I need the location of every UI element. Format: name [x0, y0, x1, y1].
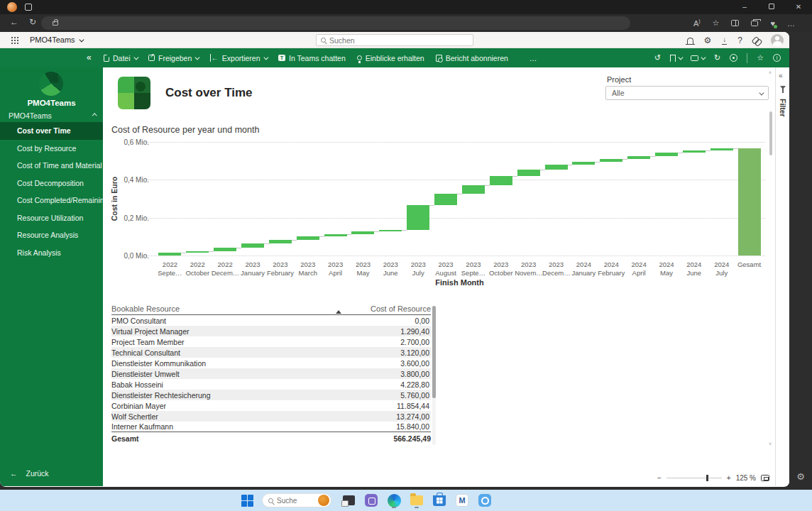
toolbar-item-in-teams-chatten[interactable]: T In Teams chatten [278, 54, 346, 62]
taskbar-search-box[interactable] [262, 493, 331, 507]
help-icon[interactable]: ? [737, 35, 742, 45]
search-highlight-icon[interactable] [318, 495, 329, 506]
toolbar-item-einblicke-erhalten[interactable]: Einblicke erhalten [357, 54, 424, 62]
browser-essentials-icon[interactable]: ♥ [770, 19, 775, 28]
waterfall-bar[interactable] [600, 159, 622, 162]
blue-app-icon[interactable] [478, 493, 492, 508]
waterfall-bar[interactable] [407, 205, 429, 230]
browser-tab-icon[interactable] [25, 4, 32, 11]
download-icon[interactable]: ↓ [722, 36, 727, 45]
table-row[interactable]: Dienstleister Umwelt3.800,00 [111, 368, 431, 379]
waterfall-bar[interactable] [269, 240, 292, 243]
column-header-cost-of-resource[interactable]: Cost of Resource [371, 304, 431, 313]
sidebar-item-cost-completed-remaining[interactable]: Cost Completed/Remaining [0, 192, 103, 209]
page-scroll-down-icon[interactable]: ˅ [769, 442, 773, 446]
favorites-star-icon[interactable]: ☆ [713, 18, 720, 28]
table-row[interactable]: Corbinian Mayer11.854,44 [111, 400, 431, 411]
fit-to-page-icon[interactable] [761, 475, 769, 481]
browser-profile-avatar-icon[interactable] [7, 2, 17, 12]
share-icon[interactable] [753, 37, 760, 44]
page-scrollbar-thumb[interactable] [769, 111, 772, 155]
toolbar-item-bericht-abonnieren[interactable]: Bericht abonnieren [436, 54, 508, 62]
toolbar-item-freigeben[interactable]: Freigeben [148, 54, 199, 62]
browser-back-button[interactable]: ← [9, 17, 20, 27]
waterfall-bar[interactable] [214, 248, 236, 251]
table-header[interactable]: Bookable Resource Cost of Resource [111, 303, 431, 315]
table-row[interactable]: Babak Hosseini4.228,80 [111, 379, 431, 390]
teams-search-box[interactable] [316, 34, 473, 46]
table-scrollbar[interactable] [432, 306, 436, 445]
sidebar-item-cost-decomposition[interactable]: Cost Decomposition [0, 175, 103, 192]
waterfall-bar[interactable] [324, 234, 347, 236]
info-icon[interactable]: i [773, 54, 781, 62]
toolbar-item-datei[interactable]: Datei [104, 54, 137, 62]
window-minimize-button[interactable]: – [731, 0, 758, 14]
waterfall-bar[interactable] [572, 162, 595, 165]
browser-refresh-button[interactable]: ↻ [27, 17, 38, 27]
sidebar-item-resource-utilization[interactable]: Resource Utilization [0, 209, 103, 227]
browser-address-bar[interactable] [41, 16, 630, 30]
waterfall-total-bar[interactable] [738, 148, 761, 256]
waterfall-bar[interactable] [241, 243, 264, 248]
microsoft-store-icon[interactable] [432, 493, 446, 508]
zoom-slider-handle[interactable] [706, 475, 708, 481]
waterfall-bar[interactable] [545, 165, 568, 169]
table-row[interactable]: Project Team Member2.700,00 [111, 336, 431, 347]
page-scroll-up-icon[interactable]: ˄ [769, 71, 773, 75]
teams-app-name[interactable]: PMO4Teams [30, 35, 82, 44]
collapse-sidebar-icon[interactable]: « [87, 53, 92, 62]
edge-browser-icon[interactable] [387, 493, 401, 508]
taskbar-search-input[interactable] [277, 497, 312, 505]
waterfall-bar[interactable] [379, 230, 402, 231]
waterfall-bar[interactable] [710, 148, 733, 150]
table-row[interactable]: Virtual Project Manager1.290,40 [111, 326, 431, 336]
waterfall-bar[interactable] [351, 231, 374, 234]
column-header-bookable-resource[interactable]: Bookable Resource [111, 304, 180, 313]
waterfall-bar[interactable] [517, 170, 540, 176]
user-avatar[interactable] [771, 34, 784, 47]
table-row[interactable]: Dienstleister Rechtesicherung5.760,00 [111, 390, 431, 400]
waterfall-bar[interactable] [158, 253, 181, 256]
file-explorer-icon[interactable] [410, 493, 424, 508]
teams-search-input[interactable] [329, 36, 468, 45]
sidebar-item-cost-of-time-and-material[interactable]: Cost of Time and Material [0, 157, 103, 175]
bookmarks-button[interactable] [670, 55, 682, 62]
table-row[interactable]: Dienstleister Kommunikation3.600,00 [111, 358, 431, 368]
zoom-in-button[interactable]: + [727, 474, 731, 482]
app-launcher-waffle-icon[interactable] [11, 37, 13, 38]
presentation-app-icon[interactable] [341, 493, 356, 508]
sidebar-item-resource-analysis[interactable]: Resource Analysis [0, 226, 103, 244]
waterfall-bar[interactable] [627, 156, 650, 159]
zoom-out-button[interactable]: − [657, 474, 662, 482]
waterfall-bar[interactable] [462, 185, 485, 194]
favorite-star-icon[interactable]: ☆ [757, 53, 764, 62]
toolbar-item-exportieren[interactable]: ← Exportieren [210, 54, 267, 62]
zoom-slider[interactable] [666, 478, 722, 479]
waterfall-bar[interactable] [490, 176, 512, 185]
table-row[interactable]: PMO Consultant0,00 [111, 315, 431, 326]
toolbar-more-icon[interactable]: … [530, 54, 538, 62]
sidebar-item-risk-analysis[interactable]: Risk Analysis [0, 244, 103, 262]
collections-icon[interactable] [751, 21, 758, 26]
waterfall-bar[interactable] [434, 194, 457, 205]
sidebar-item-cost-by-resource[interactable]: Cost by Resource [0, 140, 103, 158]
table-row[interactable]: Technical Consultant3.120,00 [111, 347, 431, 358]
waterfall-bar[interactable] [655, 153, 678, 156]
read-aloud-icon[interactable]: A) [693, 18, 701, 28]
sidebar-section-header[interactable]: PMO4Teams [9, 110, 96, 121]
view-button[interactable] [691, 55, 705, 61]
sidebar-item-cost-over-time[interactable]: Cost over Time [0, 122, 103, 140]
chat-app-icon[interactable] [364, 493, 378, 508]
project-filter-dropdown[interactable]: Alle [605, 86, 769, 100]
more-menu-icon[interactable]: … [787, 19, 795, 28]
refresh-icon[interactable]: ↻ [714, 53, 720, 62]
waterfall-bar[interactable] [683, 150, 706, 153]
waterfall-bar[interactable] [186, 251, 209, 253]
reset-icon[interactable]: ↺ [654, 53, 661, 62]
table-row[interactable]: Wolf Schertler13.274,00 [111, 411, 431, 422]
settings-gear-icon[interactable]: ⚙ [796, 471, 805, 482]
m-app-icon[interactable]: M [455, 493, 469, 508]
split-screen-icon[interactable] [731, 20, 739, 26]
table-row[interactable]: Interner Kaufmann15.840,00 [111, 422, 431, 432]
window-close-button[interactable]: ✕ [785, 0, 812, 14]
